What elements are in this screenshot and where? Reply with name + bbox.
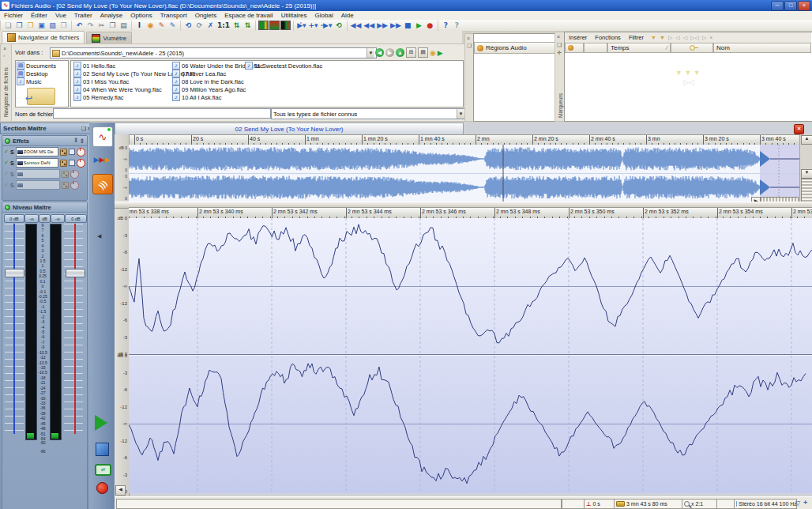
markers-col-key[interactable]	[671, 43, 713, 53]
funnel-edit-icon[interactable]: ▼	[660, 35, 665, 40]
nav-back-icon[interactable]: ⟲	[183, 21, 194, 30]
spectrum-view-icon[interactable]	[269, 21, 280, 30]
undo-icon[interactable]: ↶	[74, 21, 85, 30]
stop-button[interactable]	[96, 443, 109, 456]
peak-right-button[interactable]: -∞	[51, 214, 65, 223]
zoom-vertical-in-icon[interactable]: ⇅	[231, 21, 242, 30]
regions-header[interactable]: Régions Audio	[474, 42, 560, 54]
solo-label[interactable]: S	[10, 183, 14, 188]
stop-icon[interactable]: ■	[403, 21, 413, 30]
prev-marker-icon[interactable]: ◁	[683, 35, 687, 41]
view-icons-icon[interactable]: ⊞	[406, 47, 416, 58]
magnify-edit-icon[interactable]: ✎	[156, 21, 167, 30]
fader-left-thumb[interactable]	[5, 269, 24, 277]
place-item-documents[interactable]: ▤Documents	[17, 62, 67, 70]
level-header[interactable]: Niveau Maître	[2, 202, 87, 213]
filter-funnel-icon[interactable]: ▽	[795, 500, 800, 507]
zoom-cross-icon[interactable]: ✗	[205, 21, 216, 30]
place-item-desktop[interactable]: ▤Desktop	[17, 70, 67, 77]
dock-panel-icon[interactable]: ✛	[557, 50, 562, 56]
bypass-checkbox[interactable]	[69, 160, 75, 166]
play-icon[interactable]: ▶	[414, 21, 424, 30]
places-pane[interactable]: ▤Documents▤Desktop♪Music ↩	[15, 60, 69, 107]
view-list-icon[interactable]: ▤	[418, 47, 428, 58]
solo-label[interactable]: S	[10, 149, 14, 155]
overview-vscrollbar[interactable]: ▲ ▼	[799, 134, 812, 207]
solo-label[interactable]: S	[10, 172, 14, 177]
pair-marker-icon[interactable]: ▷◁	[690, 35, 699, 41]
nav-forward-icon[interactable]: ⟳	[194, 21, 205, 30]
effects-header[interactable]: Effets ⦀ ⇕	[2, 136, 87, 146]
pin-panel-icon[interactable]: ❏	[557, 42, 562, 48]
redo-icon[interactable]: ↷	[85, 21, 96, 30]
effect-slot-2[interactable]: ✓SSonnox DeN	[2, 157, 87, 168]
forward-circle-icon[interactable]: ▶	[385, 48, 394, 57]
delete-marker-icon[interactable]: ×	[709, 35, 712, 40]
effect-slot-1[interactable]: ✓SZOOM MS De	[2, 146, 87, 157]
file-list[interactable]: ♪01 Hello.flac♪02 Send My Love (To Your …	[70, 60, 464, 107]
file-item[interactable]: ♪11 Sweetest Devotion.flac	[245, 62, 322, 70]
go-end-icon[interactable]: ▶▶	[389, 21, 402, 30]
record-icon[interactable]: ●	[425, 21, 435, 30]
scroll-left-icon[interactable]: ◀	[97, 233, 101, 239]
zoom-1-1-icon[interactable]: 1:1	[216, 21, 231, 30]
menu-item-espace-de-travail[interactable]: Espace de travail	[220, 12, 276, 19]
status-format[interactable]: i Stéréo 16 bit 44 100 Hz	[734, 499, 797, 509]
audition-icon[interactable]: ◉	[145, 21, 156, 30]
markers-menu-insérer[interactable]: Insérer	[565, 34, 591, 41]
gain-left-button[interactable]: 0 dB	[4, 214, 24, 223]
play-skip-icon[interactable]: ·▶▾	[320, 21, 333, 30]
menu-item-analyse[interactable]: Analyse	[96, 12, 126, 19]
close-panel-icon[interactable]: ×	[3, 46, 6, 51]
preset-dice-icon[interactable]	[62, 171, 69, 178]
scroll-up-icon[interactable]: ▲	[801, 135, 812, 145]
master-section-titlebar[interactable]: Section Maître ❏ ×	[0, 123, 94, 134]
open-file-icon[interactable]: ❐	[14, 21, 24, 30]
power-icon[interactable]	[70, 170, 79, 179]
menu-item-transport[interactable]: Transport	[156, 12, 191, 19]
audition-speaker-icon[interactable]: ◉	[430, 49, 436, 57]
menu-item-traiter[interactable]: Traiter	[70, 12, 96, 19]
markers-col-scope[interactable]	[565, 43, 584, 53]
minimize-button[interactable]: ─	[771, 1, 784, 11]
help-icon[interactable]: ?	[441, 21, 451, 30]
tab-vumetre[interactable]: Vumètre	[86, 32, 132, 43]
edit-cursor-icon[interactable]: I	[134, 21, 145, 30]
fast-forward-icon[interactable]: ▶▶	[376, 21, 389, 30]
maximize-button[interactable]: □	[784, 1, 797, 11]
close-button[interactable]: ×	[798, 1, 810, 11]
place-item-music[interactable]: ♪Music	[17, 77, 67, 85]
open-folder-icon[interactable]: ❐	[25, 21, 36, 30]
effect-name-field[interactable]: Sonnox DeN	[16, 158, 58, 168]
up-circle-icon[interactable]: ▲	[396, 48, 404, 57]
menu-item-utilitaires[interactable]: Utilitaires	[277, 12, 311, 19]
markers-col-icon[interactable]	[584, 43, 607, 53]
effect-name-field[interactable]	[16, 180, 60, 190]
effect-slot-4[interactable]: ✓S	[2, 179, 87, 190]
close-panel-icon[interactable]: ×	[467, 36, 470, 41]
effect-slot-3[interactable]: ✓S	[2, 168, 87, 179]
markers-menu-fonctions[interactable]: Fonctions	[591, 34, 625, 41]
file-item[interactable]: ♪09 Million Years Ago.flac	[172, 85, 263, 93]
wave-scroll-left-icon[interactable]: ◀	[115, 485, 126, 496]
status-duration[interactable]: 3 mn 43 s 80 ms	[614, 499, 683, 509]
path-dropdown[interactable]: D:\Documents\Sounds\_new\Adele - 25 (201…	[50, 47, 377, 58]
dropdown-arrow-icon[interactable]: ▼	[457, 109, 464, 119]
fader-right-track[interactable]	[74, 224, 76, 434]
funnel-gold-icon[interactable]: ▼	[651, 35, 656, 40]
markers-menu-filtrer[interactable]: Filtrer	[625, 34, 648, 41]
collapse-icon[interactable]: ⇕	[80, 138, 85, 145]
power-icon[interactable]	[77, 148, 85, 156]
zoom-vertical-out-icon[interactable]: ⇅	[242, 21, 253, 30]
float-panel-icon[interactable]: ❏	[81, 126, 86, 132]
context-help-icon[interactable]: ?	[452, 21, 462, 30]
loudness-view-icon[interactable]	[280, 21, 291, 30]
gain-right-button[interactable]: 0 dB	[65, 214, 87, 223]
preset-dice-icon[interactable]	[60, 149, 67, 156]
menu-item-global[interactable]: Global	[311, 12, 337, 19]
save-icon[interactable]: ▣	[36, 21, 47, 30]
preset-dice-icon[interactable]	[60, 160, 67, 167]
dropdown-arrow-icon[interactable]: ▼	[367, 48, 374, 58]
wave-meter-icon[interactable]: ∿	[92, 126, 113, 147]
menu-item-aide[interactable]: Aide	[337, 12, 358, 19]
